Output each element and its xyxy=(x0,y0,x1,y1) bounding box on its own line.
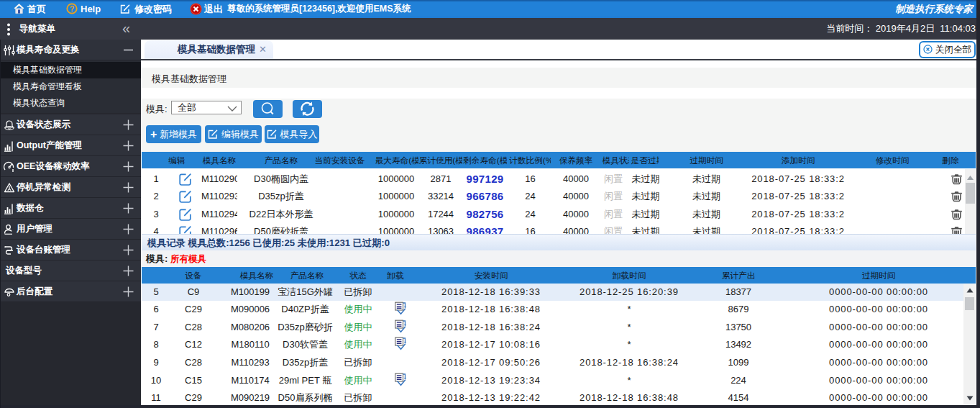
svg-text:?: ? xyxy=(70,4,74,13)
